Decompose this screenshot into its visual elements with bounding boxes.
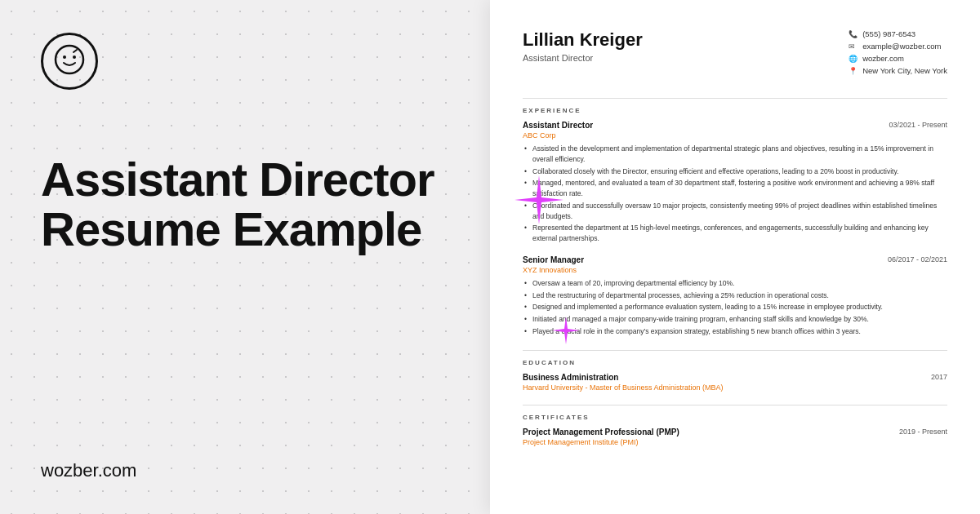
logo-icon <box>54 44 85 79</box>
exp-bullets-2: Oversaw a team of 20, improving departme… <box>523 278 947 337</box>
cert-name-1: Project Management Professional (PMP) <box>523 428 679 436</box>
phone-icon: 📞 <box>849 30 858 38</box>
cert-date-1: 2019 - Present <box>899 428 947 446</box>
email-icon: ✉ <box>849 42 858 51</box>
resume-name: Lillian Kreiger <box>523 29 643 51</box>
bullet-item: Designed and implemented a performance e… <box>523 302 947 312</box>
logo <box>41 33 98 90</box>
experience-divider <box>523 98 947 99</box>
cert-org-1: Project Management Institute (PMI) <box>523 438 679 446</box>
bullet-item: Oversaw a team of 20, improving departme… <box>523 278 947 289</box>
resume-job-title: Assistant Director <box>523 53 643 63</box>
resume-header: Lillian Kreiger Assistant Director 📞 (55… <box>523 29 947 75</box>
left-panel: Assistant Director Resume Example wozber… <box>0 0 506 514</box>
experience-entry-1: Assistant Director 03/2021 - Present ABC… <box>523 121 947 244</box>
education-entry-1: Business Administration Harvard Universi… <box>523 373 947 392</box>
web-icon: 🌐 <box>849 55 858 63</box>
exp-company-2: XYZ Innovations <box>523 266 947 274</box>
exp-job-title-1: Assistant Director <box>523 121 593 130</box>
certificates-section: CERTIFICATES Project Management Professi… <box>523 405 947 446</box>
resume-panel: Lillian Kreiger Assistant Director 📞 (55… <box>490 0 980 514</box>
exp-date-1: 03/2021 - Present <box>889 121 947 129</box>
cert-left-1: Project Management Professional (PMP) Pr… <box>523 428 679 446</box>
contact-location: 📍 New York City, New York <box>849 66 947 75</box>
exp-job-title-2: Senior Manager <box>523 255 584 264</box>
contact-website: 🌐 wozber.com <box>849 54 904 63</box>
main-heading: Assistant Director Resume Example <box>41 155 466 255</box>
exp-header-2: Senior Manager 06/2017 - 02/2021 <box>523 255 947 264</box>
bullet-item: Coordinated and successfully oversaw 10 … <box>523 201 947 222</box>
edu-year-1: 2017 <box>931 373 947 392</box>
svg-point-0 <box>56 46 83 73</box>
location-icon: 📍 <box>849 67 858 75</box>
education-section-title: EDUCATION <box>523 359 947 366</box>
exp-date-2: 06/2017 - 02/2021 <box>888 255 947 264</box>
contact-phone: 📞 (555) 987-6543 <box>849 29 915 38</box>
sparkle-small-icon <box>552 317 580 344</box>
bullet-item: Represented the department at 15 high-le… <box>523 223 947 244</box>
svg-line-3 <box>74 50 77 52</box>
edu-left-1: Business Administration Harvard Universi… <box>523 373 724 392</box>
exp-company-1: ABC Corp <box>523 131 947 140</box>
exp-bullets-1: Assisted in the development and implemen… <box>523 144 947 244</box>
experience-entry-2: Senior Manager 06/2017 - 02/2021 XYZ Inn… <box>523 255 947 337</box>
edu-degree-1: Business Administration <box>523 373 724 382</box>
bullet-item: Collaborated closely with the Director, … <box>523 166 947 177</box>
svg-point-2 <box>73 55 76 59</box>
bullet-item: Managed, mentored, and evaluated a team … <box>523 178 947 199</box>
contact-email: ✉ example@wozber.com <box>849 42 941 51</box>
certificates-section-title: CERTIFICATES <box>523 414 947 421</box>
certificates-divider <box>523 405 947 405</box>
bullet-item: Led the restructuring of departmental pr… <box>523 290 947 301</box>
resume-name-section: Lillian Kreiger Assistant Director <box>523 29 643 63</box>
website-label: wozber.com <box>41 428 466 481</box>
bullet-item: Initiated and managed a major company-wi… <box>523 314 947 325</box>
cert-entry-1: Project Management Professional (PMP) Pr… <box>523 428 947 446</box>
edu-school-1: Harvard University - Master of Business … <box>523 383 724 392</box>
svg-point-1 <box>63 55 66 59</box>
experience-section-title: EXPERIENCE <box>523 107 947 114</box>
sparkle-large-icon <box>514 175 564 224</box>
bullet-item: Assisted in the development and implemen… <box>523 144 947 165</box>
bullet-item: Played a crucial role in the company's e… <box>523 326 947 337</box>
exp-header-1: Assistant Director 03/2021 - Present <box>523 121 947 130</box>
resume-contact: 📞 (555) 987-6543 ✉ example@wozber.com 🌐 … <box>849 29 947 75</box>
experience-section: EXPERIENCE Assistant Director 03/2021 - … <box>523 98 947 337</box>
education-divider <box>523 350 947 351</box>
education-section: EDUCATION Business Administration Harvar… <box>523 350 947 392</box>
